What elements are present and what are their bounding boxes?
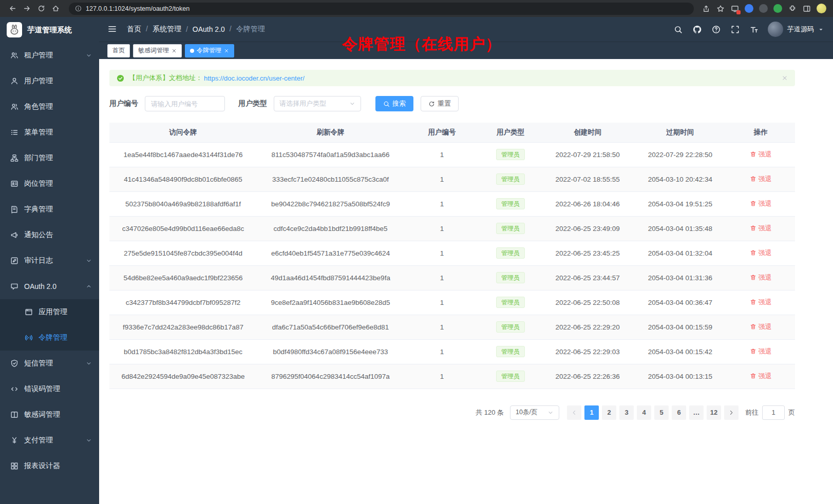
user-menu[interactable]: 芋道源码 <box>768 22 824 37</box>
sidebar-item-audit-log[interactable]: 审计日志 <box>0 248 99 274</box>
sidebar-item-tenant[interactable]: 租户管理 <box>0 43 99 68</box>
force-logout-button[interactable]: 强退 <box>750 322 772 332</box>
app-logo-icon <box>7 22 22 37</box>
sidebar-item-pay[interactable]: 支付管理 <box>0 428 99 453</box>
page-size-value: 10条/页 <box>516 408 537 417</box>
force-logout-button[interactable]: 强退 <box>750 298 772 307</box>
refresh-token-cell: be90422b8c7946218275a508bf524fc9 <box>257 191 404 216</box>
prev-page-button[interactable] <box>567 405 581 420</box>
page-button-6[interactable]: 6 <box>672 405 686 420</box>
filter-bar: 用户编号 用户类型 请选择用户类型 搜索 重置 <box>109 96 795 111</box>
tab-token[interactable]: 令牌管理 <box>185 44 234 57</box>
expire-time-cell: 2054-03-04 00:13:15 <box>634 364 726 389</box>
active-tab-dot <box>190 49 194 53</box>
sidebar-item-oauth2-app[interactable]: 应用管理 <box>0 299 99 325</box>
help-icon[interactable] <box>711 24 721 34</box>
search-button[interactable]: 搜索 <box>375 96 413 111</box>
breadcrumb-item[interactable]: 首页 <box>127 25 141 34</box>
force-logout-button[interactable]: 强退 <box>750 224 772 233</box>
github-icon[interactable] <box>692 24 702 34</box>
blue-profile-icon[interactable] <box>745 4 753 13</box>
split-view-icon[interactable] <box>801 3 812 14</box>
expire-time-cell: 2022-07-29 22:28:50 <box>634 142 726 167</box>
page-button-3[interactable]: 3 <box>619 405 634 420</box>
bookmark-star-icon[interactable] <box>714 3 726 14</box>
user-type-cell: 管理员 <box>480 216 541 241</box>
goto-unit: 页 <box>788 408 795 417</box>
breadcrumb-item[interactable]: OAuth 2.0 <box>181 25 225 33</box>
sidebar-item-oauth2-token[interactable]: 令牌管理 <box>0 325 99 351</box>
force-logout-button[interactable]: 强退 <box>750 248 772 258</box>
close-icon[interactable] <box>172 48 177 53</box>
page-button-5[interactable]: 5 <box>654 405 669 420</box>
tab-sensitive-word[interactable]: 敏感词管理 <box>133 44 182 57</box>
force-logout-button[interactable]: 强退 <box>750 150 772 159</box>
sidebar-item-user[interactable]: 用户管理 <box>0 68 99 94</box>
next-page-button[interactable] <box>724 405 739 420</box>
user-type-badge: 管理员 <box>496 321 525 333</box>
green-profile-icon[interactable] <box>773 4 782 13</box>
sidebar-item-oauth2[interactable]: OAuth 2.0 <box>0 274 99 299</box>
sidebar-item-sms[interactable]: 短信管理 <box>0 351 99 376</box>
share-icon[interactable] <box>700 3 712 14</box>
table-row: 275e5de9151045fe87cbdc395e004f4de6cfd40e… <box>109 241 795 265</box>
fullscreen-icon[interactable] <box>730 24 740 34</box>
sidebar-item-error-code[interactable]: 错误码管理 <box>0 376 99 402</box>
dark-profile-icon[interactable] <box>759 4 768 13</box>
more-pages-button[interactable]: … <box>689 405 704 420</box>
forward-icon[interactable] <box>20 2 34 15</box>
user-id-cell: 1 <box>404 265 480 290</box>
breadcrumb-item: 令牌管理 <box>225 25 265 34</box>
user-type-select[interactable]: 请选择用户类型 <box>274 96 361 111</box>
search-icon[interactable] <box>673 24 683 34</box>
address-bar[interactable]: 127.0.0.1:1024/system/oauth2/token <box>69 3 694 15</box>
close-icon[interactable] <box>782 75 788 81</box>
font-size-icon[interactable] <box>749 24 759 34</box>
url-text: 127.0.0.1:1024/system/oauth2/token <box>86 5 190 12</box>
sidebar-item-menu[interactable]: 菜单管理 <box>0 120 99 145</box>
hamburger-icon[interactable] <box>107 24 119 34</box>
avatar-smiley-icon[interactable] <box>817 4 826 13</box>
refresh-token-cell: 333ecfc71e02480cb11055c875c3ca0f <box>257 167 404 191</box>
back-icon[interactable] <box>5 2 20 15</box>
breadcrumb-item[interactable]: 系统管理 <box>141 25 181 34</box>
table-header-row: 访问令牌刷新令牌用户编号用户类型创建时间过期时间操作 <box>109 123 795 142</box>
page-button-2[interactable]: 2 <box>602 405 616 420</box>
force-logout-label: 强退 <box>759 322 772 332</box>
user-id-input[interactable] <box>145 96 225 111</box>
user-type-cell: 管理员 <box>480 241 541 265</box>
sidebar-item-dept[interactable]: 部门管理 <box>0 145 99 171</box>
force-logout-button[interactable]: 强退 <box>750 372 772 381</box>
page-button-1[interactable]: 1 <box>584 405 599 420</box>
force-logout-button[interactable]: 强退 <box>750 273 772 282</box>
page-button-12[interactable]: 12 <box>707 405 721 420</box>
site-info-icon[interactable] <box>75 5 82 12</box>
page-button-4[interactable]: 4 <box>637 405 651 420</box>
monitor-badge-icon[interactable] <box>729 3 741 14</box>
tab-home[interactable]: 首页 <box>107 44 130 57</box>
table-row: 6d842e2924594de9a09e45e087323abe8796295f… <box>109 364 795 389</box>
extensions-puzzle-icon[interactable] <box>786 3 798 14</box>
reload-icon[interactable] <box>34 2 48 15</box>
force-logout-button[interactable]: 强退 <box>750 199 772 208</box>
close-icon[interactable] <box>224 48 229 53</box>
sidebar-item-sensitive-word[interactable]: 敏感词管理 <box>0 402 99 428</box>
force-logout-button[interactable]: 强退 <box>750 347 772 356</box>
sidebar-item-dict[interactable]: 字典管理 <box>0 197 99 222</box>
sidebar-item-role[interactable]: 角色管理 <box>0 94 99 120</box>
goto-page-input[interactable] <box>762 405 785 420</box>
trash-icon <box>750 274 756 281</box>
home-icon[interactable] <box>48 2 63 15</box>
report-grid-icon <box>10 462 18 470</box>
reset-button[interactable]: 重置 <box>421 96 459 111</box>
sidebar-item-post[interactable]: 岗位管理 <box>0 171 99 197</box>
user-icon <box>10 77 18 85</box>
alert-link[interactable]: https://doc.iocoder.cn/user-center/ <box>204 74 305 82</box>
refresh-token-cell: b0df4980ffd34c67a08f9156e4eee733 <box>257 339 404 364</box>
sidebar-item-notice[interactable]: 通知公告 <box>0 222 99 248</box>
page-size-select[interactable]: 10条/页 <box>510 405 559 420</box>
sidebar-item-report-designer[interactable]: 报表设计器 <box>0 453 99 479</box>
sidebar-item-label: 菜单管理 <box>24 128 53 137</box>
created-time-cell: 2022-06-25 22:29:20 <box>541 315 634 339</box>
force-logout-button[interactable]: 强退 <box>750 175 772 184</box>
